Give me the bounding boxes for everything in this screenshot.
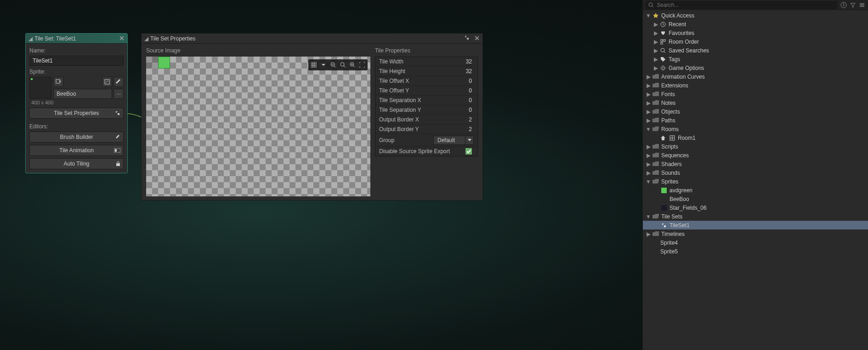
prop-row-offset-y[interactable]: Tile Offset Y0 xyxy=(375,86,477,96)
sprite-preview[interactable] xyxy=(29,77,51,99)
caret-right-icon[interactable]: ▶ xyxy=(646,82,651,89)
pop-out-icon[interactable] xyxy=(464,35,470,40)
prop-row-offset-x[interactable]: Tile Offset X0 xyxy=(375,76,477,86)
tree-quick-access[interactable]: ▼ Quick Access xyxy=(643,11,868,20)
tileset-properties-button[interactable]: Tile Set Properties xyxy=(29,108,124,119)
prop-row-sep-x[interactable]: Tile Separation X0 xyxy=(375,96,477,105)
tile-properties-label: Tile Properties xyxy=(375,47,478,54)
tree-room-order[interactable]: ▶Room Order xyxy=(643,37,868,46)
caret-down-icon[interactable]: ▼ xyxy=(646,12,651,19)
zoom-out-icon[interactable] xyxy=(329,60,338,69)
caret-down-icon[interactable]: ▼ xyxy=(646,126,651,132)
collapse-icon[interactable]: ◢ xyxy=(144,35,148,42)
prop-row-tile-width[interactable]: Tile Width32 xyxy=(375,57,477,67)
prop-row-border-x[interactable]: Output Border X2 xyxy=(375,115,477,125)
svg-rect-14 xyxy=(664,40,665,41)
auto-tiling-button[interactable]: Auto Tiling xyxy=(29,158,124,169)
caret-down-icon[interactable] xyxy=(319,60,328,69)
caret-right-icon[interactable]: ▶ xyxy=(646,170,651,176)
sprite-picker-button[interactable]: ··· xyxy=(113,89,124,99)
tree-fonts[interactable]: ▶Fonts xyxy=(643,90,868,98)
caret-down-icon[interactable]: ▼ xyxy=(646,178,651,185)
recent-icon xyxy=(659,21,667,28)
close-icon[interactable] xyxy=(118,34,125,42)
prop-row-group: Group Default xyxy=(375,134,477,147)
tree-saved-searches[interactable]: ▶Saved Searches xyxy=(643,46,868,55)
caret-right-icon[interactable]: ▶ xyxy=(653,47,658,54)
asset-tree[interactable]: ▼ Quick Access ▶Recent ▶Favourites ▶Room… xyxy=(643,10,868,350)
brush-builder-button[interactable]: Brush Builder xyxy=(29,132,124,143)
disable-export-checkbox[interactable] xyxy=(465,148,472,155)
name-input[interactable] xyxy=(29,56,124,66)
caret-right-icon[interactable]: ▶ xyxy=(646,117,651,124)
caret-right-icon[interactable]: ▶ xyxy=(646,143,651,150)
tree-notes[interactable]: ▶Notes xyxy=(643,98,868,107)
tree-rooms[interactable]: ▼Rooms xyxy=(643,125,868,133)
caret-right-icon[interactable]: ▶ xyxy=(653,56,658,63)
folder-open-icon xyxy=(652,178,659,185)
tree-animation-curves[interactable]: ▶Animation Curves xyxy=(643,72,868,81)
prop-row-border-y[interactable]: Output Border Y2 xyxy=(375,125,477,134)
close-icon[interactable] xyxy=(473,34,481,42)
new-sprite-icon[interactable] xyxy=(53,77,63,87)
tree-favourites[interactable]: ▶Favourites xyxy=(643,29,868,37)
tree-sounds[interactable]: ▶Sounds xyxy=(643,168,868,177)
tree-sprite5[interactable]: Sprite5 xyxy=(643,247,868,256)
caret-right-icon[interactable]: ▶ xyxy=(653,21,658,28)
pop-out-icon xyxy=(115,110,120,116)
source-image-viewport[interactable] xyxy=(146,57,370,196)
prop-row-sep-y[interactable]: Tile Separation Y0 xyxy=(375,105,477,115)
svg-rect-20 xyxy=(661,196,667,202)
tree-sprites[interactable]: ▼Sprites xyxy=(643,177,868,186)
tree-paths[interactable]: ▶Paths xyxy=(643,116,868,125)
sprite-name-field[interactable]: BeeBoo xyxy=(53,89,112,99)
tree-game-options[interactable]: ▶Game Options xyxy=(643,63,868,72)
tile-selection[interactable] xyxy=(158,57,170,69)
caret-down-icon[interactable]: ▼ xyxy=(646,213,651,220)
tree-objects[interactable]: ▶Objects xyxy=(643,107,868,116)
search-input-wrap[interactable] xyxy=(646,1,838,9)
caret-right-icon[interactable]: ▶ xyxy=(646,100,651,106)
filter-icon[interactable] xyxy=(850,2,856,8)
help-icon[interactable]: i xyxy=(840,2,847,8)
menu-icon[interactable] xyxy=(859,2,865,8)
tree-extensions[interactable]: ▶Extensions xyxy=(643,81,868,90)
tree-shaders[interactable]: ▶Shaders xyxy=(643,160,868,168)
tree-recent[interactable]: ▶Recent xyxy=(643,20,868,29)
tree-sprite-beeboo[interactable]: BeeBoo xyxy=(643,195,868,203)
tree-timelines[interactable]: ▶Timelines xyxy=(643,230,868,238)
tileset-panel-header[interactable]: ◢ Tile Set: TileSet1 xyxy=(26,34,127,44)
zoom-in-icon[interactable] xyxy=(348,60,357,69)
grid-icon[interactable] xyxy=(309,60,318,69)
props-panel-header[interactable]: ◢ Tile Set Properties xyxy=(142,34,482,44)
tree-scripts[interactable]: ▶Scripts xyxy=(643,142,868,151)
collapse-icon[interactable]: ◢ xyxy=(28,35,33,42)
caret-down-icon[interactable] xyxy=(465,136,474,145)
zoom-reset-icon[interactable] xyxy=(338,60,347,69)
tree-room1[interactable]: Room1 xyxy=(643,133,868,142)
tree-sprite4[interactable]: Sprite4 xyxy=(643,238,868,247)
expand-handle-icon[interactable]: ›› xyxy=(367,117,370,123)
tree-tags[interactable]: ▶Tags xyxy=(643,55,868,63)
caret-right-icon[interactable]: ▶ xyxy=(646,152,651,159)
tree-tileset1[interactable]: TileSet1 xyxy=(643,221,868,230)
caret-right-icon[interactable]: ▶ xyxy=(653,30,658,36)
caret-right-icon[interactable]: ▶ xyxy=(653,65,658,71)
caret-right-icon[interactable]: ▶ xyxy=(646,74,651,80)
edit-sprite-icon[interactable] xyxy=(102,77,112,87)
tree-sprite-avdgreen[interactable]: avdgreen xyxy=(643,186,868,195)
tile-animation-button[interactable]: Tile Animation xyxy=(29,145,124,156)
caret-right-icon[interactable]: ▶ xyxy=(653,39,658,45)
tree-sequences[interactable]: ▶Sequences xyxy=(643,151,868,160)
group-select[interactable]: Default xyxy=(433,136,465,145)
caret-right-icon[interactable]: ▶ xyxy=(646,231,651,237)
prop-row-tile-height[interactable]: Tile Height32 xyxy=(375,67,477,76)
caret-right-icon[interactable]: ▶ xyxy=(646,109,651,115)
edit-image-icon[interactable] xyxy=(113,77,124,87)
tree-tilesets[interactable]: ▼Tile Sets xyxy=(643,212,868,221)
fullscreen-icon[interactable] xyxy=(357,60,367,69)
tree-sprite-starfields[interactable]: Star_Fields_06 xyxy=(643,203,868,212)
search-input[interactable] xyxy=(657,2,835,8)
caret-right-icon[interactable]: ▶ xyxy=(646,161,651,167)
caret-right-icon[interactable]: ▶ xyxy=(646,91,651,98)
